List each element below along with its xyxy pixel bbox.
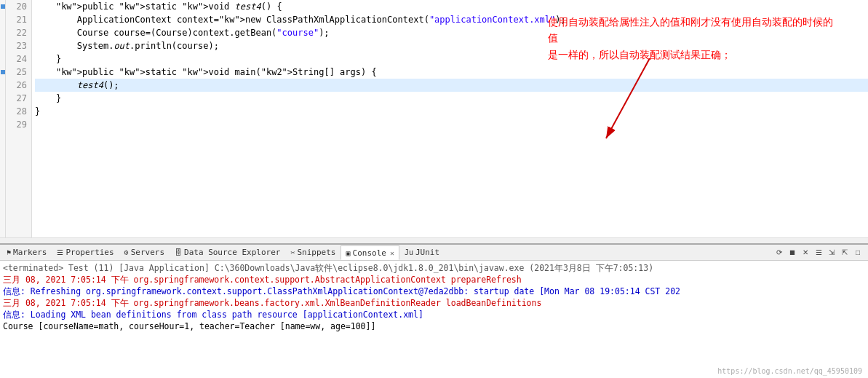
console-output-box: Course [courseName=math, courseHour=1, t… bbox=[3, 321, 375, 331]
code-line: } bbox=[35, 92, 868, 105]
left-gutter bbox=[0, 0, 6, 237]
console-line: Course [courseName=math, courseHour=1, t… bbox=[3, 320, 865, 332]
line-number: 24 bbox=[10, 52, 27, 66]
console-tab-label: Console bbox=[353, 248, 386, 258]
code-line: ApplicationContext context="kw">new Clas… bbox=[35, 13, 868, 26]
console-terminated-line: <terminated> Test (11) [Java Application… bbox=[3, 262, 865, 274]
line-number: 29 bbox=[10, 118, 27, 131]
tab-markers[interactable]: ⚑Markers bbox=[1, 245, 52, 260]
console-toolbar-btn-5[interactable]: ⇲ bbox=[826, 247, 837, 259]
console-toolbar-btn-3[interactable]: ✕ bbox=[800, 247, 811, 259]
line-number: 26 bbox=[10, 79, 27, 92]
line-number: 23 bbox=[10, 39, 27, 52]
tab-bar: ⚑Markers☰Properties⚙Servers🗄Data Source … bbox=[0, 245, 868, 261]
code-line bbox=[35, 118, 868, 131]
gutter-marker bbox=[0, 105, 6, 118]
markers-tab-icon: ⚑ bbox=[7, 248, 11, 256]
console-toolbar-btn-7[interactable]: □ bbox=[852, 247, 864, 259]
code-line: } bbox=[35, 52, 868, 66]
gutter-marker bbox=[0, 92, 6, 105]
servers-tab-icon: ⚙ bbox=[124, 248, 129, 256]
watermark: https://blog.csdn.net/qq_45950109 bbox=[717, 367, 862, 375]
gutter-marker bbox=[0, 79, 6, 92]
code-editor: 20212223242526272829 "kw">public "kw">st… bbox=[0, 0, 868, 243]
tab-servers[interactable]: ⚙Servers bbox=[119, 245, 170, 260]
horizontal-scrollbar[interactable] bbox=[0, 237, 868, 243]
line-number: 20 bbox=[10, 0, 27, 13]
gutter-marker bbox=[0, 39, 6, 52]
tab-list: ⚑Markers☰Properties⚙Servers🗄Data Source … bbox=[1, 245, 445, 260]
gutter-marker bbox=[0, 13, 6, 26]
console-line: 信息: Loading XML bean definitions from cl… bbox=[3, 309, 865, 320]
console-tab-close[interactable]: ✕ bbox=[390, 249, 394, 257]
datasource-tab-label: Data Source Explorer bbox=[184, 248, 280, 257]
snippets-tab-icon: ✂ bbox=[290, 248, 295, 256]
snippets-tab-label: Snippets bbox=[298, 248, 336, 257]
servers-tab-label: Servers bbox=[131, 248, 164, 257]
gutter-marker bbox=[0, 52, 6, 66]
markers-tab-label: Markers bbox=[13, 248, 47, 257]
datasource-tab-icon: 🗄 bbox=[175, 248, 182, 256]
junit-tab-label: JUnit bbox=[415, 248, 439, 257]
code-line: "kw">public "kw">static "kw">void test4(… bbox=[35, 0, 868, 13]
tab-datasource[interactable]: 🗄Data Source Explorer bbox=[170, 245, 285, 260]
code-line: Course course=(Course)context.getBean("c… bbox=[35, 26, 868, 39]
console-line: 信息: Refreshing org.springframework.conte… bbox=[3, 286, 865, 297]
console-toolbar-btn-1[interactable]: ⟳ bbox=[773, 247, 785, 259]
code-line: "kw">public "kw">static "kw">void main("… bbox=[35, 66, 868, 79]
gutter-marker bbox=[0, 0, 6, 13]
tab-snippets[interactable]: ✂Snippets bbox=[285, 245, 341, 260]
line-number: 27 bbox=[10, 92, 27, 105]
tab-properties[interactable]: ☰Properties bbox=[52, 245, 119, 260]
tab-junit[interactable]: JuJUnit bbox=[399, 245, 445, 260]
tab-console[interactable]: ▣Console✕ bbox=[341, 245, 399, 260]
console-lines: 三月 08, 2021 7:05:14 下午 org.springframewo… bbox=[3, 274, 865, 332]
console-content: <terminated> Test (11) [Java Application… bbox=[0, 261, 868, 378]
console-line: 三月 08, 2021 7:05:14 下午 org.springframewo… bbox=[3, 274, 865, 286]
code-line: } bbox=[35, 105, 868, 118]
line-number: 22 bbox=[10, 26, 27, 39]
line-number: 28 bbox=[10, 105, 27, 118]
line-numbers: 20212223242526272829 bbox=[6, 0, 32, 237]
bottom-panel: ⚑Markers☰Properties⚙Servers🗄Data Source … bbox=[0, 243, 868, 378]
gutter-marker bbox=[0, 26, 6, 39]
code-line: System.out.println(course); bbox=[35, 39, 868, 52]
properties-tab-label: Properties bbox=[65, 248, 114, 257]
console-line: 三月 08, 2021 7:05:14 下午 org.springframewo… bbox=[3, 297, 865, 309]
console-toolbar-btn-2[interactable]: ⏹ bbox=[787, 247, 798, 259]
console-tab-icon: ▣ bbox=[346, 249, 350, 257]
code-line: test4(); bbox=[35, 79, 868, 92]
tab-bar-right: ⟳ ⏹ ✕ ☰ ⇲ ⇱ □ bbox=[773, 247, 867, 259]
gutter-marker bbox=[0, 66, 6, 79]
console-toolbar-btn-4[interactable]: ☰ bbox=[813, 247, 824, 259]
gutter-marker bbox=[0, 118, 6, 131]
line-number: 25 bbox=[10, 66, 27, 79]
junit-tab-icon: Ju bbox=[405, 248, 413, 256]
code-lines: "kw">public "kw">static "kw">void test4(… bbox=[32, 0, 868, 237]
line-number: 21 bbox=[10, 13, 27, 26]
properties-tab-icon: ☰ bbox=[57, 248, 63, 256]
console-toolbar-btn-6[interactable]: ⇱ bbox=[839, 247, 851, 259]
